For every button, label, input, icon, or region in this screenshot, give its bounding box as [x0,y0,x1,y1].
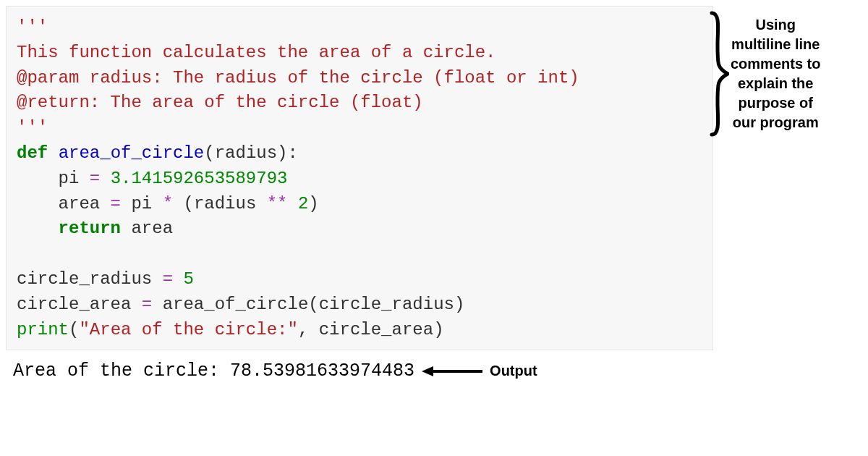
annotation-line-1: Using [731,15,820,35]
annotation-text: Using multiline line comments to explain… [731,15,820,132]
output-row: Area of the circle: 78.53981633974483 Ou… [0,360,868,381]
ident-circle-area: circle_area [17,295,131,314]
op-star: * [152,194,183,214]
lparen: ( [183,194,193,214]
open-paren: ( [204,143,214,163]
op-eq: = [131,295,162,314]
number-five: 5 [183,269,193,289]
output-label: Output [490,363,537,379]
annotation-line-5: purpose of [731,93,820,113]
docstring-open: ''' [17,17,48,37]
op-dstar: ** [256,194,298,214]
rparen: ) [454,295,464,314]
ident-area-ref: area [131,219,173,238]
string-literal: "Area of the circle:" [79,320,297,339]
arrow-left-icon [422,364,484,379]
ident-circle-area-ref: circle_area [319,320,433,339]
indent [17,194,59,214]
op-eq: = [79,169,110,188]
ident-radius-ref: radius [194,194,256,214]
annotation-line-6: our program [731,113,820,132]
ident-circle-radius-ref: circle_radius [319,295,454,314]
comma: , [298,320,319,339]
op-eq: = [152,269,183,289]
function-name: area_of_circle [59,143,205,163]
annotation-line-2: multiline line [731,35,820,54]
close-paren-colon: ): [277,143,298,163]
indent [17,219,59,238]
op-eq: = [100,194,131,214]
number-two: 2 [298,194,308,214]
docstring-close: ''' [17,118,48,138]
output-text: Area of the circle: 78.53981633974483 [13,360,414,381]
curly-brace-icon [709,9,729,139]
param-radius: radius [215,143,277,163]
annotation-line-3: comments to [731,54,820,74]
keyword-def: def [17,143,48,163]
number-pi: 3.141592653589793 [111,169,288,188]
ident-area: area [59,194,101,214]
space [121,219,131,238]
indent [17,169,59,188]
rparen: ) [433,320,443,339]
docstring-line-3: @return: The area of the circle (float) [17,93,423,112]
annotation-docstring: Using multiline line comments to explain… [709,9,820,139]
ident-circle-radius: circle_radius [17,269,152,289]
lparen: ( [69,320,79,339]
lparen: ( [308,295,318,314]
annotation-line-4: explain the [731,74,820,93]
svg-marker-1 [422,366,433,376]
keyword-return: return [59,219,121,238]
func-ref: area_of_circle [163,295,309,314]
ident-pi-ref: pi [131,194,152,214]
docstring-line-1: This function calculates the area of a c… [17,43,496,62]
code-block: ''' This function calculates the area of… [6,6,713,350]
docstring-line-2: @param radius: The radius of the circle … [17,68,579,88]
ident-pi: pi [59,169,80,188]
rparen: ) [308,194,318,214]
builtin-print: print [17,320,69,339]
